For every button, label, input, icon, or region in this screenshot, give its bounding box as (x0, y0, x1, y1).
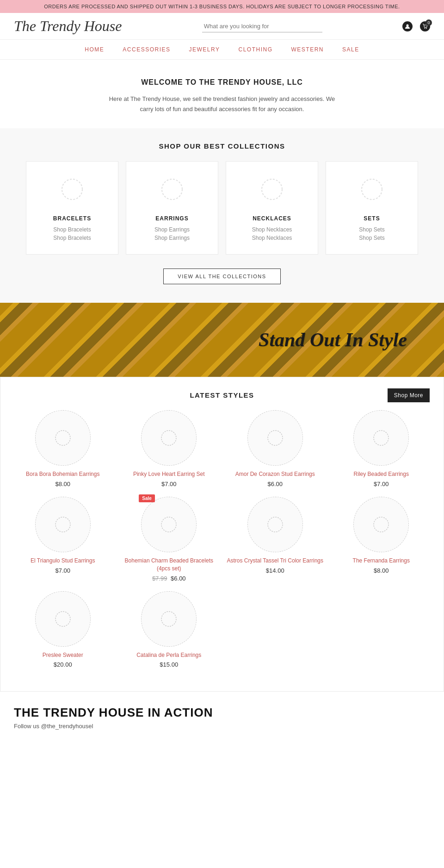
product-name-4: El Triangulo Stud Earrings (14, 557, 111, 565)
latest-heading: LATEST STYLES (190, 391, 254, 399)
cart-badge: 0 (426, 19, 432, 26)
product-img-3 (353, 410, 409, 466)
bracelets-link1[interactable]: Shop Bracelets (34, 226, 111, 233)
svg-point-14 (374, 517, 388, 532)
product-price-6: $14.00 (227, 567, 324, 574)
product-card-7[interactable]: The Fernanda Earrings $8.00 (333, 497, 430, 582)
svg-point-16 (161, 612, 176, 626)
earrings-link1[interactable]: Shop Earrings (134, 226, 210, 233)
product-original-price-5: $7.99 (152, 575, 167, 582)
latest-styles-section: LATEST STYLES Shop More Bora Bora Bohemi… (0, 377, 444, 692)
necklaces-image (253, 171, 290, 208)
svg-point-11 (56, 517, 70, 532)
search-input[interactable] (202, 20, 322, 32)
sets-link1[interactable]: Shop Sets (333, 226, 410, 233)
banner-text: Stand Out In Style (259, 329, 407, 351)
product-card-2[interactable]: Amor De Corazon Stud Earrings $6.00 (227, 410, 324, 487)
sets-link2[interactable]: Shop Sets (333, 235, 410, 241)
svg-point-8 (161, 431, 176, 445)
nav-home[interactable]: HOME (85, 46, 104, 53)
svg-point-7 (56, 431, 70, 445)
bracelets-link2[interactable]: Shop Bracelets (34, 235, 111, 241)
sale-badge-5: Sale (139, 494, 155, 502)
welcome-title: WELCOME TO THE TRENDY HOUSE, LLC (37, 78, 407, 87)
product-card-4[interactable]: El Triangulo Stud Earrings $7.00 (14, 497, 111, 582)
product-name-1: Pinky Love Heart Earring Set (121, 470, 218, 478)
svg-point-4 (162, 179, 182, 200)
svg-point-13 (268, 517, 283, 532)
empty-slot-1 (227, 591, 324, 668)
nav-accessories[interactable]: ACCESSORIES (123, 46, 170, 53)
bracelets-image (54, 171, 91, 208)
necklaces-link1[interactable]: Shop Necklaces (234, 226, 310, 233)
necklaces-link2[interactable]: Shop Necklaces (234, 235, 310, 241)
product-price-8: $20.00 (14, 661, 111, 668)
product-name-8: Preslee Sweater (14, 651, 111, 659)
product-name-9: Catalina de Perla Earrings (121, 651, 218, 659)
product-img-7 (353, 497, 409, 552)
product-name-5: Bohemian Charm Beaded Bracelets (4pcs se… (121, 557, 218, 573)
account-icon[interactable] (402, 21, 413, 31)
product-img-1 (141, 410, 197, 466)
product-card-8[interactable]: Preslee Sweater $20.00 (14, 591, 111, 668)
sets-image (353, 171, 390, 208)
collection-sets[interactable]: SETS Shop Sets Shop Sets (326, 161, 418, 255)
nav-western[interactable]: WESTERN (291, 46, 324, 53)
action-subtitle: Follow us @the_trendyhousel (14, 723, 430, 730)
product-price-7: $8.00 (333, 567, 430, 574)
product-img-2 (247, 410, 303, 466)
main-nav: HOME ACCESSORIES JEWELRY CLOTHING WESTER… (0, 40, 444, 60)
action-title: THE TRENDY HOUSE IN ACTION (14, 706, 430, 720)
product-img-4 (35, 497, 91, 552)
cart-icon[interactable]: 0 (420, 21, 430, 31)
nav-sale[interactable]: SALE (342, 46, 359, 53)
product-price-3: $7.00 (333, 481, 430, 487)
svg-point-12 (161, 517, 176, 532)
svg-point-0 (407, 24, 409, 26)
product-img-8 (35, 591, 91, 647)
product-name-7: The Fernanda Earrings (333, 557, 430, 565)
necklaces-title: NECKLACES (234, 215, 310, 222)
product-card-1[interactable]: Pinky Love Heart Earring Set $7.00 (121, 410, 218, 487)
collections-heading: SHOP OUR BEST COLLECTIONS (14, 142, 430, 150)
welcome-section: WELCOME TO THE TRENDY HOUSE, LLC Here at… (0, 60, 444, 128)
svg-point-2 (426, 28, 427, 29)
latest-header: LATEST STYLES Shop More (14, 391, 430, 399)
product-name-3: Riley Beaded Earrings (333, 470, 430, 478)
shop-collections: SHOP OUR BEST COLLECTIONS BRACELETS Shop… (0, 128, 444, 303)
product-card-5[interactable]: Sale Bohemian Charm Beaded Bracelets (4p… (121, 497, 218, 582)
collections-grid: BRACELETS Shop Bracelets Shop Bracelets … (14, 161, 430, 255)
view-all-wrap: VIEW ALL THE COLLECTIONS (14, 269, 430, 284)
bracelets-title: BRACELETS (34, 215, 111, 222)
nav-clothing[interactable]: CLOTHING (238, 46, 272, 53)
svg-point-3 (62, 179, 82, 200)
product-card-6[interactable]: Astros Crystal Tassel Tri Color Earrings… (227, 497, 324, 582)
product-name-0: Bora Bora Bohemian Earrings (14, 470, 111, 478)
view-all-button[interactable]: VIEW ALL THE COLLECTIONS (163, 269, 280, 284)
shop-more-button[interactable]: Shop More (388, 388, 430, 402)
product-name-6: Astros Crystal Tassel Tri Color Earrings (227, 557, 324, 565)
welcome-body: Here at The Trendy House, we sell the tr… (106, 94, 338, 114)
svg-point-1 (425, 28, 426, 29)
collection-bracelets[interactable]: BRACELETS Shop Bracelets Shop Bracelets (26, 161, 118, 255)
svg-point-6 (362, 179, 382, 200)
svg-point-15 (56, 612, 70, 626)
announcement-bar: ORDERS ARE PROCESSED AND SHIPPED OUT WIT… (0, 0, 444, 13)
earrings-link2[interactable]: Shop Earrings (134, 235, 210, 241)
action-section: THE TRENDY HOUSE IN ACTION Follow us @th… (0, 692, 444, 739)
product-card-3[interactable]: Riley Beaded Earrings $7.00 (333, 410, 430, 487)
earrings-image (154, 171, 191, 208)
product-card-9[interactable]: Catalina de Perla Earrings $15.00 (121, 591, 218, 668)
announcement-text: ORDERS ARE PROCESSED AND SHIPPED OUT WIT… (44, 4, 400, 9)
product-price-2: $6.00 (227, 481, 324, 487)
product-price-5: $7.99 $6.00 (121, 575, 218, 582)
nav-jewelry[interactable]: JEWELRY (189, 46, 220, 53)
product-name-2: Amor De Corazon Stud Earrings (227, 470, 324, 478)
product-price-1: $7.00 (121, 481, 218, 487)
site-logo[interactable]: The Trendy House (14, 18, 122, 35)
product-img-0 (35, 410, 91, 466)
collection-necklaces[interactable]: NECKLACES Shop Necklaces Shop Necklaces (226, 161, 318, 255)
product-card-0[interactable]: Bora Bora Bohemian Earrings $8.00 (14, 410, 111, 487)
sets-title: SETS (333, 215, 410, 222)
collection-earrings[interactable]: EARRINGS Shop Earrings Shop Earrings (126, 161, 218, 255)
